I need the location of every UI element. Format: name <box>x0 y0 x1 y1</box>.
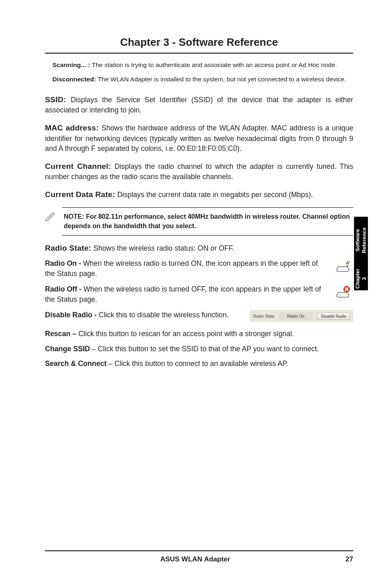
svg-line-0 <box>47 213 52 218</box>
change-ssid-lead: Change SSID <box>45 345 90 353</box>
ssid-body: Displays the Service Set Identifier (SSI… <box>45 96 353 114</box>
search-connect-para: Search & Connect – Click this button to … <box>45 359 353 369</box>
side-chapter-tab: Chapter 3 Software Reference <box>354 217 368 290</box>
scanning-lead: Scanning... : <box>52 61 92 68</box>
radio-on-lead: Radio On - <box>45 259 83 267</box>
disable-radio-button[interactable]: Disable Radio <box>317 313 350 320</box>
note-box: NOTE: For 802.11n performance, select 40… <box>45 207 353 235</box>
ssid-lead: SSID: <box>45 95 71 104</box>
channel-lead: Current Channel: <box>45 162 114 171</box>
rate-lead: Current Data Rate: <box>45 190 117 199</box>
radio-on-text: Radio On - When the wireless radio is tu… <box>45 258 327 278</box>
disable-radio-lead: Disable Radio - <box>45 311 99 319</box>
note-text: NOTE: For 802.11n performance, select 40… <box>64 212 352 231</box>
svg-point-2 <box>347 265 348 267</box>
header-rule <box>45 53 353 54</box>
radio-on-row: Radio On - When the wireless radio is tu… <box>45 258 353 278</box>
change-ssid-body: – Click this button to set the SSID to t… <box>90 345 319 353</box>
side-tab-line2: Software Reference <box>354 217 367 264</box>
rate-para: Current Data Rate: Displays the current … <box>45 189 353 200</box>
mac-para: MAC address: Shows the hardware address … <box>45 123 353 154</box>
radio-off-body: When the wireless radio is turned OFF, t… <box>45 285 321 303</box>
radio-off-text: Radio Off - When the wireless radio is t… <box>45 284 327 304</box>
radiostate-lead: Radio State: <box>45 244 94 252</box>
radio-on-body: When the wireless radio is turned ON, th… <box>45 259 318 278</box>
disconnected-block: Disconnected: The WLAN Adapter is instal… <box>52 75 353 84</box>
scanning-block: Scanning... : The station is trying to a… <box>52 61 353 70</box>
change-ssid-para: Change SSID – Click this button to set t… <box>45 344 353 354</box>
footer-product: ASUS WLAN Adapter <box>160 555 230 563</box>
disconnected-text: Disconnected: The WLAN Adapter is instal… <box>52 75 353 84</box>
disconnected-body: The WLAN Adapter is installed to the sys… <box>98 76 346 83</box>
disable-radio-text: Disable Radio - Click this to disable th… <box>45 310 242 320</box>
rescan-lead: Rescan – <box>45 330 78 338</box>
chapter-title: Chapter 3 - Software Reference <box>45 36 353 49</box>
rescan-body: Click this button to rescan for an acces… <box>78 330 294 338</box>
disable-radio-body: Click this to disable the wireless funct… <box>99 311 229 319</box>
scanning-text: Scanning... : The station is trying to a… <box>52 61 353 70</box>
note-pencil-icon <box>45 210 56 223</box>
rate-body: Displays the current data rate in megabi… <box>117 191 313 199</box>
radio-off-icon <box>334 284 353 299</box>
footer-page-number: 27 <box>345 555 353 563</box>
radio-state-value: Radio On <box>279 312 312 320</box>
side-tab-line1: Chapter 3 <box>354 267 367 290</box>
ssid-para: SSID: Displays the Service Set Identifie… <box>45 94 353 115</box>
search-connect-lead: Search & Connect <box>45 359 107 368</box>
rescan-para: Rescan – Click this button to rescan for… <box>45 329 353 339</box>
radio-state-panel: Radio State Radio On Disable Radio <box>250 310 353 322</box>
footer-row: ASUS WLAN Adapter 27 <box>45 555 353 563</box>
search-connect-body: – Click this button to connect to an ava… <box>107 359 288 368</box>
radio-on-icon <box>334 258 353 273</box>
radio-off-row: Radio Off - When the wireless radio is t… <box>45 284 353 304</box>
channel-para: Current Channel: Displays the radio chan… <box>45 161 353 182</box>
radiostate-para: Radio State: Shows the wireless radio st… <box>45 243 353 254</box>
note-body: NOTE: For 802.11n performance, select 40… <box>62 207 353 235</box>
mac-lead: MAC address: <box>45 123 101 132</box>
disable-radio-row: Disable Radio - Click this to disable th… <box>45 310 353 322</box>
page-footer: ASUS WLAN Adapter 27 <box>45 550 353 563</box>
disconnected-lead: Disconnected: <box>52 76 98 83</box>
radiostate-body: Shows the wireless radio status: ON or O… <box>94 244 234 252</box>
radio-state-label: Radio State <box>253 314 274 319</box>
scanning-body: The station is trying to authenticate an… <box>92 61 337 68</box>
page: Chapter 3 - Software Reference Scanning.… <box>0 0 390 588</box>
footer-rule <box>45 550 353 551</box>
radio-off-lead: Radio Off - <box>45 285 83 293</box>
